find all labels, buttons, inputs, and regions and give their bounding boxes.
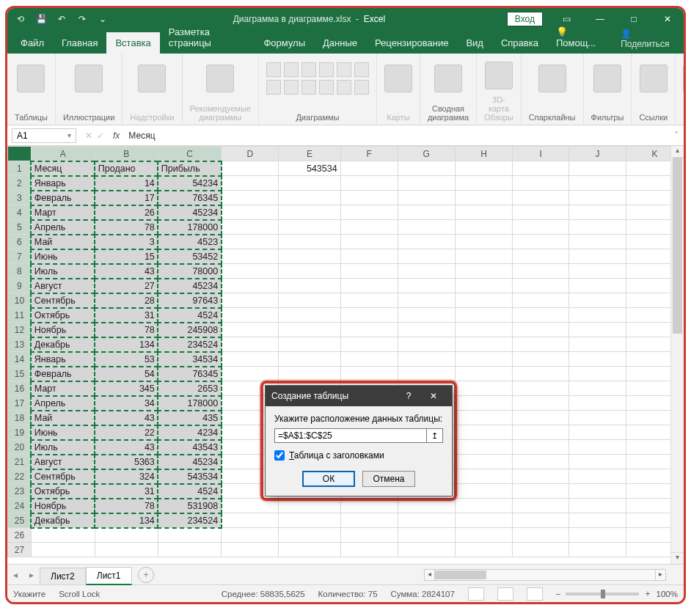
cell[interactable]: 178000 xyxy=(158,220,221,235)
cell[interactable]: 4234 xyxy=(158,425,221,440)
cell[interactable] xyxy=(398,367,455,381)
zoom-control[interactable]: − ＋ 100% xyxy=(556,588,678,599)
cell[interactable] xyxy=(222,513,279,528)
zoom-slider[interactable] xyxy=(566,593,639,595)
chart-type-icon[interactable] xyxy=(301,62,316,77)
cell[interactable] xyxy=(513,499,569,513)
cell[interactable] xyxy=(455,308,512,323)
column-header[interactable]: A xyxy=(31,147,95,161)
cell[interactable] xyxy=(279,513,340,528)
cell[interactable]: 435 xyxy=(158,411,221,425)
cell[interactable] xyxy=(569,323,626,337)
cell[interactable]: Январь xyxy=(31,352,95,367)
column-header[interactable]: J xyxy=(569,147,626,161)
ribbon-group-sparklines[interactable]: Спарклайны xyxy=(522,54,584,125)
cell[interactable] xyxy=(569,396,626,411)
cell[interactable] xyxy=(455,513,512,528)
row-header[interactable]: 11 xyxy=(8,308,32,323)
cell[interactable] xyxy=(455,367,512,381)
cell[interactable] xyxy=(569,352,626,367)
cell[interactable]: Июнь xyxy=(31,249,95,264)
chart-type-icon[interactable] xyxy=(354,62,369,77)
cell[interactable] xyxy=(513,220,569,235)
sheet-tab-active[interactable]: Лист1 xyxy=(86,567,132,585)
cell[interactable] xyxy=(455,293,512,308)
cell[interactable]: Продано xyxy=(95,161,158,176)
sparklines-icon[interactable] xyxy=(538,65,566,92)
tab-view[interactable]: Вид xyxy=(457,32,492,54)
cell[interactable] xyxy=(513,337,569,352)
cell[interactable]: 76345 xyxy=(158,191,221,205)
share-button[interactable]: 👤 Поделиться xyxy=(613,24,684,54)
cell[interactable] xyxy=(569,205,626,220)
row-header[interactable]: 14 xyxy=(8,352,32,367)
cell[interactable] xyxy=(455,543,512,557)
cell[interactable] xyxy=(279,205,340,220)
select-all-corner[interactable] xyxy=(8,147,32,161)
cell[interactable] xyxy=(513,528,569,543)
cell[interactable] xyxy=(398,513,455,528)
cell[interactable] xyxy=(569,513,626,528)
zoom-out-icon[interactable]: − xyxy=(556,590,561,598)
cell[interactable] xyxy=(222,279,279,293)
cell[interactable] xyxy=(279,293,340,308)
cell[interactable] xyxy=(222,543,279,557)
row-header[interactable]: 12 xyxy=(8,323,32,337)
touch-icon[interactable]: ⌄ xyxy=(94,10,111,28)
cell[interactable]: Месяц xyxy=(31,161,95,176)
chart-type-icon[interactable] xyxy=(337,62,351,77)
ribbon-group-illustrations[interactable]: Иллюстрации xyxy=(56,54,123,125)
chart-type-icon[interactable] xyxy=(319,62,334,77)
cell[interactable] xyxy=(455,396,512,411)
links-icon[interactable] xyxy=(640,65,668,92)
cell[interactable] xyxy=(513,161,569,176)
row-header[interactable]: 17 xyxy=(8,396,32,411)
row-header[interactable]: 21 xyxy=(8,455,32,469)
cell[interactable] xyxy=(340,543,398,557)
cell[interactable] xyxy=(455,352,512,367)
cell[interactable]: 543534 xyxy=(158,469,221,484)
column-header[interactable]: B xyxy=(95,147,158,161)
cell[interactable] xyxy=(279,308,340,323)
cell[interactable]: 15 xyxy=(95,249,158,264)
cell[interactable] xyxy=(569,279,626,293)
tab-insert[interactable]: Вставка xyxy=(106,32,159,54)
row-header[interactable]: 9 xyxy=(8,279,32,293)
cell[interactable] xyxy=(222,367,279,381)
cell[interactable] xyxy=(340,249,398,264)
cell[interactable] xyxy=(513,367,569,381)
cell[interactable] xyxy=(398,220,455,235)
dialog-close-icon[interactable]: ✕ xyxy=(421,386,446,406)
sheet-nav-next-icon[interactable]: ▸ xyxy=(23,570,40,580)
cell[interactable] xyxy=(455,249,512,264)
cell[interactable] xyxy=(513,191,569,205)
view-pagelayout-icon[interactable] xyxy=(497,587,513,601)
cell[interactable] xyxy=(569,411,626,425)
cell[interactable] xyxy=(455,455,512,469)
cell[interactable] xyxy=(513,440,569,455)
fx-icon[interactable]: fx xyxy=(109,131,124,141)
illustrations-icon[interactable] xyxy=(75,65,103,92)
cell[interactable] xyxy=(513,176,569,191)
cell[interactable] xyxy=(340,293,398,308)
chart-type-icon[interactable] xyxy=(266,62,281,77)
cell[interactable] xyxy=(513,513,569,528)
cell[interactable] xyxy=(398,235,455,249)
cell[interactable] xyxy=(222,205,279,220)
ok-button[interactable]: ОК xyxy=(302,471,355,487)
cell[interactable] xyxy=(340,279,398,293)
column-header[interactable]: F xyxy=(340,147,398,161)
cell[interactable] xyxy=(398,308,455,323)
cell[interactable] xyxy=(513,396,569,411)
cell[interactable] xyxy=(513,381,569,396)
cell[interactable]: 54 xyxy=(95,367,158,381)
cell[interactable] xyxy=(455,176,512,191)
view-pagebreak-icon[interactable] xyxy=(527,587,543,601)
sheet-tab[interactable]: Лист2 xyxy=(40,568,86,584)
cell[interactable] xyxy=(455,484,512,499)
ribbon-group-links[interactable]: Ссылки xyxy=(632,54,676,125)
cell[interactable] xyxy=(569,337,626,352)
cell[interactable] xyxy=(569,381,626,396)
cell[interactable]: 134 xyxy=(95,337,158,352)
cell[interactable] xyxy=(569,440,626,455)
